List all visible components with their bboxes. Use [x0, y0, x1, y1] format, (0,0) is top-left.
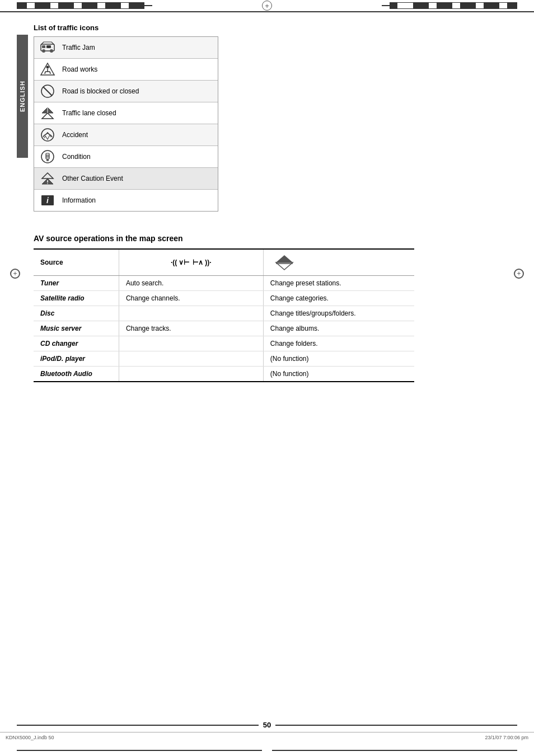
other-caution-icon [39, 171, 57, 186]
source-cell: Disc [34, 306, 119, 321]
col-source-header: Source [34, 249, 119, 276]
ctrl1-cell: Change channels. [119, 291, 263, 306]
traffic-section-title: List of traffic icons [34, 24, 517, 32]
traffic-row: Other Caution Event [34, 168, 218, 190]
ctrl2-symbol [270, 254, 407, 271]
footer-row: KDNX5000_J.indb 50 23/1/07 7:00:06 pm [0, 732, 534, 745]
table-row: Music server Change tracks. Change album… [34, 321, 414, 336]
traffic-section: List of traffic icons [34, 24, 517, 212]
source-cell: Tuner [34, 276, 119, 291]
col-ctrl2-header [263, 249, 414, 276]
av-section: AV source operations in the map screen S… [34, 234, 517, 382]
traffic-icons-table: Traffic Jam Road works [34, 36, 218, 212]
traffic-lane-icon [39, 105, 57, 121]
road-blocked-label: Road is blocked or closed [62, 87, 139, 95]
table-row: iPod/D. player (No function) [34, 351, 414, 367]
svg-line-13 [43, 87, 52, 96]
traffic-jam-label: Traffic Jam [62, 44, 95, 51]
source-cell: CD changer [34, 336, 119, 351]
traffic-row: i Information [34, 190, 218, 211]
table-row: Satellite radio Change channels. Change … [34, 291, 414, 306]
footer-left: KDNX5000_J.indb 50 [6, 735, 54, 740]
table-row: Bluetooth Audio (No function) [34, 367, 414, 382]
svg-marker-14 [42, 113, 53, 119]
accident-icon [39, 127, 57, 143]
svg-marker-26 [42, 173, 53, 179]
top-decoration: + [0, 0, 534, 11]
svg-line-11 [50, 72, 50, 74]
svg-point-2 [50, 49, 53, 53]
ctrl2-cell: Change preset stations. [263, 276, 414, 291]
sidebar-label: ENGLISH [17, 35, 28, 158]
traffic-row: Condition [34, 146, 218, 168]
traffic-row: Road is blocked or closed [34, 81, 218, 102]
ctrl2-cell: (No function) [263, 351, 414, 367]
bottom-decoration [0, 745, 534, 756]
ctrl1-cell: Change tracks. [119, 321, 263, 336]
col-ctrl1-header: ·(( ∨⊢ ⊢∧ ))· [119, 249, 263, 276]
av-table: Source ·(( ∨⊢ ⊢∧ ))· [34, 248, 414, 382]
other-caution-label: Other Caution Event [62, 175, 123, 182]
right-plus-circle: + [514, 269, 524, 279]
table-row: Tuner Auto search. Change preset station… [34, 276, 414, 291]
ctrl1-cell [119, 367, 263, 382]
road-blocked-icon [39, 83, 57, 99]
bottom-section: 50 KDNX5000_J.indb 50 23/1/07 7:00:06 pm [0, 721, 534, 756]
ctrl1-cell [119, 336, 263, 351]
ctrl1-cell [119, 306, 263, 321]
ctrl1-cell [119, 351, 263, 367]
content-area: List of traffic icons [28, 24, 517, 382]
left-plus-circle: + [10, 269, 20, 279]
av-section-title: AV source operations in the map screen [34, 234, 517, 243]
ctrl2-cell: (No function) [263, 367, 414, 382]
condition-label: Condition [62, 153, 91, 161]
information-icon: i [39, 192, 57, 208]
source-cell: Bluetooth Audio [34, 367, 119, 382]
ctrl1-symbol: ·(( ∨⊢ ⊢∧ ))· [126, 259, 256, 266]
page-number-row: 50 [0, 721, 534, 729]
svg-point-1 [42, 49, 45, 53]
table-row: CD changer Change folders. [34, 336, 414, 351]
page-number: 50 [259, 721, 275, 729]
traffic-lane-label: Traffic lane closed [62, 109, 116, 117]
svg-marker-31 [276, 255, 293, 262]
ctrl2-cell: Change albums. [263, 321, 414, 336]
svg-line-10 [45, 72, 45, 74]
page-line-left [17, 725, 259, 726]
left-panel: ENGLISH [17, 24, 28, 382]
page-layout: ENGLISH List of traffic icons [0, 12, 534, 393]
condition-icon [39, 149, 57, 165]
ctrl1-cell: Auto search. [119, 276, 263, 291]
ctrl2-cell: Change titles/groups/folders. [263, 306, 414, 321]
traffic-row: Traffic lane closed [34, 102, 218, 124]
svg-point-7 [46, 66, 49, 69]
road-works-label: Road works [62, 65, 97, 73]
page-line-right [275, 725, 517, 726]
footer-right: 23/1/07 7:00:06 pm [485, 735, 528, 740]
table-row: Disc Change titles/groups/folders. [34, 306, 414, 321]
traffic-row: Traffic Jam [34, 37, 218, 59]
source-cell: Music server [34, 321, 119, 336]
ctrl2-cell: Change folders. [263, 336, 414, 351]
source-cell: Satellite radio [34, 291, 119, 306]
source-cell: iPod/D. player [34, 351, 119, 367]
information-label: Information [62, 196, 96, 204]
traffic-row: Accident [34, 124, 218, 146]
svg-point-18 [41, 151, 54, 163]
traffic-row: Road works [34, 59, 218, 81]
traffic-jam-icon [39, 40, 57, 55]
ctrl2-cell: Change categories. [263, 291, 414, 306]
road-works-icon [39, 62, 57, 77]
accident-label: Accident [62, 131, 88, 139]
center-plus-icon: + [262, 1, 272, 11]
svg-point-28 [47, 183, 48, 184]
